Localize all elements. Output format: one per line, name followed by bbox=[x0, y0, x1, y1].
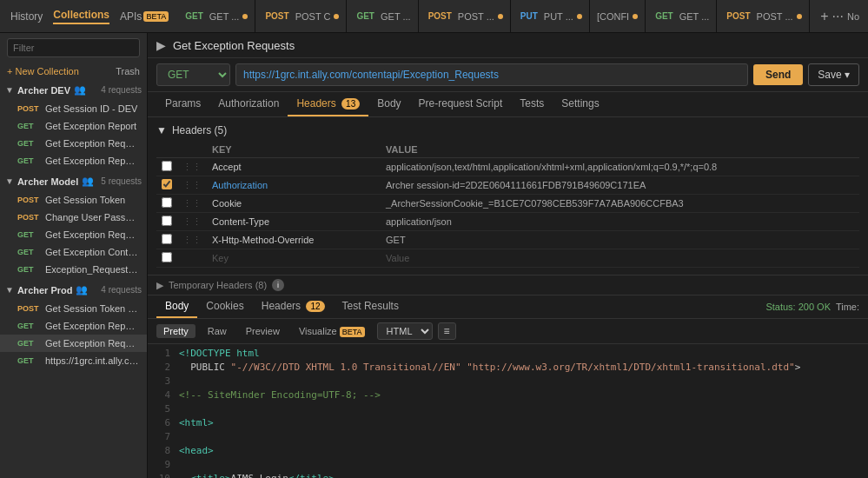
collection-header-dev[interactable]: ▼ Archer DEV 👥 4 requests bbox=[0, 80, 147, 100]
header-value: _ArcherSessionCookie_=B1CE7C0798CEB539F7… bbox=[381, 195, 859, 213]
tab-item[interactable]: [CONFI bbox=[590, 0, 646, 33]
request-name: Get Exception Report bbox=[45, 121, 136, 131]
tab-item[interactable]: [CONFL bbox=[810, 0, 816, 33]
share-icon: 👥 bbox=[74, 84, 86, 96]
view-preview-button[interactable]: Preview bbox=[239, 324, 287, 338]
header-checkbox[interactable] bbox=[162, 252, 172, 262]
collapse-arrow-icon: ▼ bbox=[5, 285, 14, 295]
response-section: Body Cookies Headers 12 Test Results Sta… bbox=[148, 295, 868, 478]
new-collection-button[interactable]: + New Collection bbox=[7, 66, 79, 76]
header-checkbox[interactable] bbox=[162, 197, 172, 208]
add-tab-button[interactable]: + bbox=[820, 9, 828, 24]
view-pretty-button[interactable]: Pretty bbox=[156, 324, 195, 338]
header-row: ⋮⋮ Accept application/json,text/html,app… bbox=[156, 158, 859, 176]
tab-item[interactable]: GET GET ... bbox=[646, 0, 717, 33]
wrap-button[interactable]: ≡ bbox=[438, 322, 456, 340]
drag-handle: ⋮⋮ bbox=[177, 176, 207, 195]
tab-body[interactable]: Body bbox=[368, 92, 409, 116]
request-item[interactable]: POST Change User Password bbox=[0, 209, 147, 226]
code-area[interactable]: 1 <!DOCTYPE html 2 PUBLIC "-//W3C//DTD X… bbox=[148, 344, 868, 478]
tab-authorization[interactable]: Authorization bbox=[209, 92, 288, 116]
drag-handle: ⋮⋮ bbox=[177, 231, 207, 249]
tab-item[interactable]: POST POST C bbox=[255, 0, 347, 33]
header-row: ⋮⋮ X-Http-Method-Override GET bbox=[156, 231, 859, 249]
request-item[interactable]: POST Get Session Token PROD bbox=[0, 300, 147, 317]
response-headers-badge: 12 bbox=[306, 301, 324, 312]
modified-dot bbox=[242, 14, 248, 19]
tab-item[interactable]: GET GET ... bbox=[347, 0, 418, 33]
tab-headers-response[interactable]: Headers 12 bbox=[253, 295, 334, 318]
tab-test-results[interactable]: Test Results bbox=[334, 295, 407, 318]
expand-arrow-icon[interactable]: ▶ bbox=[156, 38, 166, 52]
request-item[interactable]: GET Get Exception Requests bbox=[0, 135, 147, 152]
trash-button[interactable]: Trash bbox=[116, 66, 140, 76]
request-item[interactable]: GET https://1grc.int.ally.com/contenta..… bbox=[0, 352, 147, 369]
header-checkbox[interactable] bbox=[162, 179, 172, 189]
request-item-active[interactable]: GET Get Exception Requests bbox=[0, 335, 147, 352]
collection-header-model[interactable]: ▼ Archer Model 👥 5 requests bbox=[0, 171, 147, 191]
request-item[interactable]: POST Get Session Token bbox=[0, 191, 147, 209]
header-checkbox[interactable] bbox=[162, 216, 172, 226]
more-tabs-button[interactable]: ··· bbox=[832, 9, 844, 24]
collection-header-prod[interactable]: ▼ Archer Prod 👥 4 requests bbox=[0, 280, 147, 300]
col-handle bbox=[177, 142, 207, 158]
view-visualize-button[interactable]: Visualize BETA bbox=[292, 324, 372, 338]
request-item[interactable]: POST Get Session ID - DEV bbox=[0, 100, 147, 117]
request-title-bar: ▶ Get Exception Requests bbox=[148, 33, 868, 58]
header-key: Accept bbox=[207, 158, 381, 176]
tab-item[interactable]: POST POST ... bbox=[419, 0, 511, 33]
collections-button[interactable]: Collections bbox=[53, 9, 109, 24]
tab-headers[interactable]: Headers 13 bbox=[288, 92, 368, 116]
history-button[interactable]: History bbox=[10, 10, 43, 23]
temp-headers-section[interactable]: ▶ Temporary Headers (8) i bbox=[148, 276, 868, 295]
info-icon: i bbox=[272, 279, 284, 291]
no-env-label: No bbox=[847, 11, 859, 22]
collection-group-prod: ▼ Archer Prod 👥 4 requests POST Get Sess… bbox=[0, 280, 147, 369]
url-input[interactable] bbox=[235, 63, 748, 86]
view-raw-button[interactable]: Raw bbox=[201, 324, 234, 338]
collapse-arrow-icon: ▼ bbox=[5, 176, 14, 186]
collection-group-dev: ▼ Archer DEV 👥 4 requests POST Get Sessi… bbox=[0, 80, 147, 169]
save-button[interactable]: Save ▾ bbox=[808, 63, 859, 86]
modified-dot bbox=[334, 14, 339, 19]
format-select[interactable]: HTML JSON Text bbox=[377, 322, 433, 340]
collapse-arrow-icon: ▼ bbox=[5, 85, 14, 95]
headers-badge: 13 bbox=[341, 98, 360, 110]
tab-item[interactable]: PUT PUT ... bbox=[511, 0, 590, 33]
request-item[interactable]: GET Get Exception Report - SOAP bbox=[0, 317, 147, 335]
header-checkbox[interactable] bbox=[162, 234, 172, 244]
send-button[interactable]: Send bbox=[753, 64, 803, 85]
request-name: Get Exception Requests bbox=[45, 229, 140, 240]
tab-item[interactable]: GET GET ... bbox=[176, 0, 255, 33]
request-name: Get Exception Requests bbox=[45, 138, 140, 149]
request-item[interactable]: GET Get Exception Content bbox=[0, 243, 147, 261]
tab-pre-request[interactable]: Pre-request Script bbox=[410, 92, 512, 116]
sidebar-new-area: + New Collection Trash bbox=[0, 63, 147, 80]
col-checkbox bbox=[156, 142, 177, 158]
header-checkbox[interactable] bbox=[162, 161, 172, 171]
method-badge-put: PUT bbox=[518, 10, 540, 22]
method-tag-get: GET bbox=[17, 265, 40, 274]
tab-cookies-response[interactable]: Cookies bbox=[197, 295, 252, 318]
request-count: 4 requests bbox=[101, 85, 142, 95]
tab-settings[interactable]: Settings bbox=[553, 92, 607, 116]
tab-body-response[interactable]: Body bbox=[156, 295, 197, 318]
header-value: application/json bbox=[381, 213, 859, 231]
tab-params[interactable]: Params bbox=[156, 92, 209, 116]
request-item[interactable]: GET Get Exception Report Copy bbox=[0, 152, 147, 169]
headers-section-title[interactable]: ▼ Headers (5) bbox=[156, 124, 859, 136]
request-item[interactable]: GET Exception_Requests (new ID) bbox=[0, 261, 147, 278]
header-row: ⋮⋮ Content-Type application/json bbox=[156, 213, 859, 231]
request-item[interactable]: GET Get Exception Report bbox=[0, 117, 147, 135]
filter-input[interactable] bbox=[7, 38, 140, 57]
method-tag-get: GET bbox=[17, 356, 40, 365]
code-line: 2 PUBLIC "-//W3C//DTD XHTML 1.0 Transiti… bbox=[148, 362, 868, 375]
request-item[interactable]: GET Get Exception Requests bbox=[0, 226, 147, 243]
header-row-empty: Key Value bbox=[156, 249, 859, 268]
apis-button[interactable]: APIsBETA bbox=[120, 10, 169, 23]
method-select[interactable]: GET POST PUT DELETE bbox=[156, 63, 230, 86]
tab-tests[interactable]: Tests bbox=[511, 92, 553, 116]
url-bar: GET POST PUT DELETE Send Save ▾ bbox=[148, 58, 868, 92]
tab-item[interactable]: POST POST ... bbox=[717, 0, 809, 33]
modified-dot bbox=[577, 14, 582, 19]
